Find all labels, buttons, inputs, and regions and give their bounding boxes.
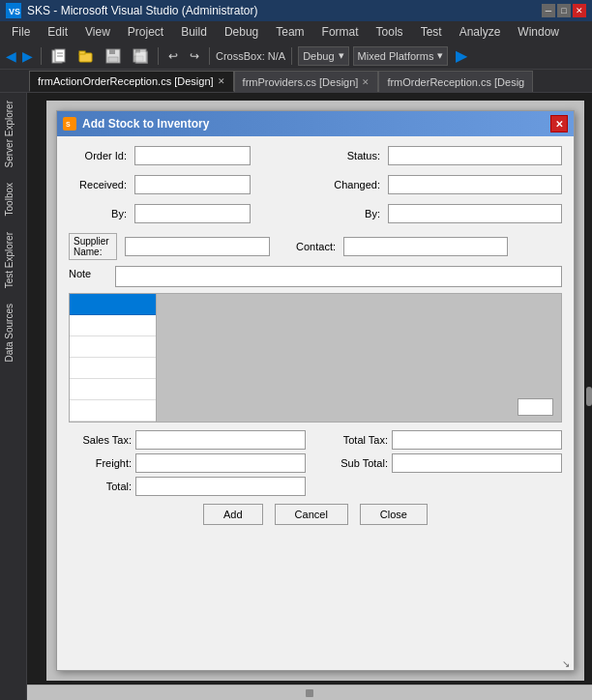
separator-1 bbox=[41, 47, 42, 65]
by1-label: By: bbox=[69, 208, 127, 219]
tab-close-1[interactable]: ✕ bbox=[218, 76, 225, 86]
changed-row: Changed: bbox=[322, 175, 562, 194]
sub-total-row: Sub Total: bbox=[325, 453, 562, 473]
grid-row-2[interactable] bbox=[70, 336, 156, 358]
menu-window[interactable]: Window bbox=[510, 23, 567, 41]
menu-project[interactable]: Project bbox=[120, 23, 171, 41]
supplier-name-label: Supplier bbox=[74, 236, 112, 247]
form-row-2: Received: Changed: bbox=[69, 175, 562, 200]
separator-2 bbox=[158, 47, 159, 65]
debug-dropdown[interactable]: Debug ▾ bbox=[298, 46, 348, 66]
grid-row-3[interactable] bbox=[70, 358, 156, 379]
sales-tax-label: Sales Tax: bbox=[69, 434, 132, 446]
menu-edit[interactable]: Edit bbox=[40, 23, 75, 41]
form-designer: S Add Stock to Inventory ✕ Order Id: bbox=[46, 101, 584, 681]
menu-bar: File Edit View Project Build Debug Team … bbox=[0, 21, 592, 43]
menu-build[interactable]: Build bbox=[173, 23, 215, 41]
dialog-window: S Add Stock to Inventory ✕ Order Id: bbox=[56, 110, 575, 671]
vs-icon: VS bbox=[6, 3, 21, 18]
by2-input[interactable] bbox=[388, 204, 562, 223]
toolbox-panel[interactable]: Toolbox bbox=[0, 175, 26, 223]
grid-row-5[interactable] bbox=[70, 400, 156, 422]
menu-test[interactable]: Test bbox=[413, 23, 450, 41]
resize-handle[interactable]: ↘ bbox=[562, 658, 572, 668]
contact-input[interactable] bbox=[343, 237, 508, 256]
chevron-down-icon: ▾ bbox=[339, 49, 344, 62]
test-explorer-panel[interactable]: Test Explorer bbox=[0, 224, 26, 296]
tab-frm-providers[interactable]: frmProviders.cs [Design] ✕ bbox=[234, 71, 379, 92]
open-btn[interactable] bbox=[74, 45, 98, 67]
grid-header bbox=[70, 294, 156, 315]
by2-label: By: bbox=[322, 208, 380, 219]
grid-area bbox=[69, 293, 562, 423]
menu-view[interactable]: View bbox=[77, 23, 118, 41]
platforms-dropdown[interactable]: Mixed Platforms ▾ bbox=[353, 46, 449, 66]
sub-total-label: Sub Total: bbox=[325, 457, 388, 469]
total-tax-input[interactable] bbox=[392, 430, 562, 450]
server-explorer-panel[interactable]: Server Explorer bbox=[0, 93, 26, 175]
sales-tax-input[interactable] bbox=[135, 430, 306, 450]
freight-label: Freight: bbox=[69, 457, 132, 469]
close-app-btn[interactable]: ✕ bbox=[573, 4, 586, 17]
save-btn[interactable] bbox=[102, 45, 125, 67]
by2-row: By: bbox=[322, 204, 562, 223]
add-button[interactable]: Add bbox=[203, 504, 263, 525]
by1-input[interactable] bbox=[134, 204, 251, 223]
tab-frm-action-order[interactable]: frmActionOrderReception.cs [Design] ✕ bbox=[29, 71, 234, 92]
svg-text:S: S bbox=[66, 121, 71, 128]
cancel-button[interactable]: Cancel bbox=[275, 504, 348, 525]
supplier-name-box: Supplier Name: bbox=[69, 233, 117, 260]
received-input[interactable] bbox=[134, 175, 251, 194]
menu-file[interactable]: File bbox=[4, 23, 38, 41]
close-button[interactable]: Close bbox=[360, 504, 428, 525]
form-row-1: Order Id: Status: bbox=[69, 146, 562, 171]
menu-team[interactable]: Team bbox=[268, 23, 311, 41]
changed-label: Changed: bbox=[322, 179, 380, 190]
scroll-hint[interactable] bbox=[586, 387, 592, 406]
changed-input[interactable] bbox=[388, 175, 562, 194]
grid-action-btn[interactable] bbox=[518, 398, 553, 416]
bottom-fields: Sales Tax: Total Tax: Freight: Sub bbox=[69, 430, 562, 496]
menu-analyze[interactable]: Analyze bbox=[452, 23, 509, 41]
note-section: Note bbox=[69, 266, 562, 287]
start-btn[interactable]: ▶ bbox=[456, 46, 467, 65]
dialog-titlebar: S Add Stock to Inventory ✕ bbox=[57, 111, 574, 136]
freight-row: Freight: bbox=[69, 453, 306, 473]
redo-btn[interactable]: ↪ bbox=[186, 45, 203, 67]
data-sources-panel[interactable]: Data Sources bbox=[0, 296, 26, 370]
new-project-btn[interactable] bbox=[47, 45, 71, 67]
save-all-btn[interactable] bbox=[129, 45, 152, 67]
app-title: SKS - Microsoft Visual Studio (Administr… bbox=[27, 4, 258, 17]
total-input[interactable] bbox=[135, 477, 306, 496]
svg-rect-10 bbox=[108, 57, 118, 62]
dialog-body: Order Id: Status: Received: bbox=[57, 136, 574, 535]
order-id-input[interactable] bbox=[134, 146, 251, 165]
menu-tools[interactable]: Tools bbox=[369, 23, 411, 41]
designer-scroll-indicator bbox=[306, 689, 313, 697]
grid-row-4[interactable] bbox=[70, 379, 156, 400]
freight-input[interactable] bbox=[135, 453, 306, 473]
chevron-down-icon-2: ▾ bbox=[437, 49, 443, 62]
contact-label: Contact: bbox=[278, 241, 336, 252]
status-input[interactable] bbox=[388, 146, 562, 165]
dialog-close-btn[interactable]: ✕ bbox=[550, 115, 568, 132]
undo-btn[interactable]: ↩ bbox=[164, 45, 182, 67]
supplier-name-input[interactable] bbox=[125, 237, 270, 256]
order-id-row: Order Id: bbox=[69, 146, 303, 165]
supplier-contact-row: Supplier Name: Contact: bbox=[69, 233, 562, 260]
designer-area: S Add Stock to Inventory ✕ Order Id: bbox=[27, 93, 592, 700]
menu-format[interactable]: Format bbox=[314, 23, 367, 41]
note-input[interactable] bbox=[115, 266, 562, 287]
restore-btn[interactable]: □ bbox=[557, 4, 571, 17]
sub-total-input[interactable] bbox=[392, 453, 562, 473]
tab-close-2[interactable]: ✕ bbox=[362, 77, 370, 87]
workspace: Server Explorer Toolbox Test Explorer Da… bbox=[0, 93, 592, 700]
svg-rect-9 bbox=[109, 49, 115, 54]
forward-btn[interactable]: ▶ bbox=[20, 48, 35, 64]
tab-frm-order-reception[interactable]: frmOrderReception.cs [Desig bbox=[378, 71, 533, 92]
grid-row-1[interactable] bbox=[70, 315, 156, 336]
back-btn[interactable]: ◀ bbox=[4, 48, 18, 64]
menu-debug[interactable]: Debug bbox=[217, 23, 266, 41]
minimize-btn[interactable]: ─ bbox=[542, 4, 555, 17]
designer-statusbar bbox=[27, 685, 592, 700]
